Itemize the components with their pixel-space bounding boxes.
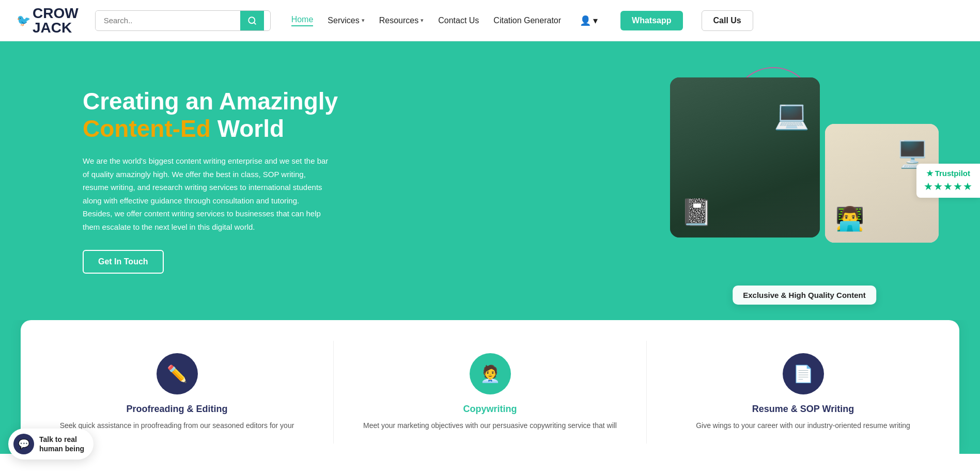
trustpilot-label: ★ Trustpilot xyxy=(926,169,970,178)
svg-line-1 xyxy=(254,22,255,24)
chevron-down-icon: ▾ xyxy=(362,17,365,24)
nav-links: Home Services ▾ Resources ▾ Contact Us C… xyxy=(291,10,963,31)
callus-button[interactable]: Call Us xyxy=(702,10,753,31)
copywriting-title: Copywriting xyxy=(463,404,517,415)
navbar: 🐦 CROW JACK Home Services ▾ Resources ▾ … xyxy=(0,0,980,41)
exclusive-badge: Exclusive & High Quality Content xyxy=(733,286,876,305)
person-writing-image xyxy=(670,77,820,237)
hero-section: Creating an Amazingly Content-Ed World W… xyxy=(0,41,980,320)
nav-contact[interactable]: Contact Us xyxy=(438,16,479,25)
user-icon: 👤 xyxy=(580,15,591,26)
copywriting-desc: Meet your marketing objectives with our … xyxy=(363,420,617,431)
chevron-down-icon: ▾ xyxy=(593,15,598,26)
chat-text: Talk to real human being xyxy=(39,435,84,453)
whatsapp-button[interactable]: Whatsapp xyxy=(620,11,682,30)
copywriting-icon: 🧑‍💼 xyxy=(480,364,501,384)
chat-bubble[interactable]: 💬 Talk to real human being xyxy=(8,429,94,454)
search-button[interactable] xyxy=(240,11,264,30)
proofreading-title: Proofreading & Editing xyxy=(127,404,228,415)
logo-bird-icon: 🐦 xyxy=(17,14,30,27)
hero-content: Creating an Amazingly Content-Ed World W… xyxy=(83,88,351,274)
services-cards-row: ✏️ Proofreading & Editing Seek quick ass… xyxy=(21,320,959,454)
nav-citation[interactable]: Citation Generator xyxy=(493,16,561,25)
user-account-button[interactable]: 👤 ▾ xyxy=(580,15,598,26)
nav-home[interactable]: Home xyxy=(291,15,314,26)
hero-description: We are the world's biggest content writi… xyxy=(83,154,331,233)
resume-title: Resume & SOP Writing xyxy=(752,404,854,415)
hero-images: Exclusive & High Quality Content xyxy=(670,62,939,299)
search-input[interactable] xyxy=(96,11,240,30)
get-in-touch-button[interactable]: Get In Touch xyxy=(83,250,164,274)
copywriting-icon-circle: 🧑‍💼 xyxy=(470,353,511,394)
resume-icon-circle: 📄 xyxy=(783,353,824,394)
services-section: ✏️ Proofreading & Editing Seek quick ass… xyxy=(0,320,980,454)
hero-image-main xyxy=(670,77,820,237)
trustpilot-badge[interactable]: ★ Trustpilot ★★★★★ xyxy=(916,164,980,198)
nav-services[interactable]: Services ▾ xyxy=(328,16,364,25)
chevron-down-icon: ▾ xyxy=(421,17,424,24)
search-icon xyxy=(247,16,257,25)
resume-icon: 📄 xyxy=(793,364,814,384)
chat-avatar-icon: 💬 xyxy=(18,438,29,450)
hero-title: Creating an Amazingly Content-Ed World xyxy=(83,88,351,142)
service-card-copywriting: 🧑‍💼 Copywriting Meet your marketing obje… xyxy=(334,341,647,444)
search-bar xyxy=(95,10,271,31)
proofreading-desc: Seek quick assistance in proofreading fr… xyxy=(60,420,294,431)
service-card-resume: 📄 Resume & SOP Writing Give wings to you… xyxy=(647,341,959,444)
chat-avatar: 💬 xyxy=(13,434,34,454)
trustpilot-stars: ★★★★★ xyxy=(924,180,973,193)
resume-desc: Give wings to your career with our indus… xyxy=(696,420,910,431)
logo[interactable]: 🐦 CROW JACK xyxy=(17,6,79,35)
proofreading-icon-circle: ✏️ xyxy=(157,353,198,394)
logo-text: CROW JACK xyxy=(33,6,79,35)
nav-resources[interactable]: Resources ▾ xyxy=(379,16,424,25)
proofreading-icon: ✏️ xyxy=(167,364,188,384)
